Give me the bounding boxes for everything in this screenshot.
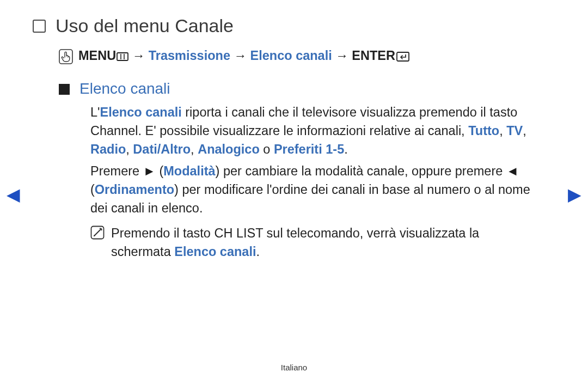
page-title: Uso del menu Canale (56, 15, 234, 36)
p1-dati-altro: Dati/Altro (133, 142, 191, 156)
breadcrumb-menu: MENU (78, 48, 116, 63)
p1-radio: Radio (90, 142, 126, 156)
p1-comma-3: , (126, 142, 133, 156)
breadcrumb-enter: ENTER (352, 48, 395, 63)
p1-analogico: Analogico (198, 142, 260, 156)
breadcrumb-step-1: Trasmissione (149, 48, 230, 63)
breadcrumb-sep-3: → (335, 48, 348, 63)
menu-icon (117, 50, 128, 64)
p2-modalita: Modalità (163, 164, 215, 178)
section-title: Elenco canali (79, 80, 170, 97)
p1-tv: TV (506, 124, 523, 138)
subsection-bullet-filled (59, 84, 70, 95)
p1-period: . (344, 142, 348, 156)
p1-comma-4: , (191, 142, 198, 156)
note-paragraph: Premendo il tasto CH LIST sul telecomand… (111, 224, 539, 261)
right-triangle-icon: ► (143, 164, 156, 178)
paragraph-2: Premere ► (Modalità) per cambiare la mod… (90, 162, 539, 217)
p2-text-a: Premere (90, 164, 143, 178)
footer-language: Italiano (0, 363, 588, 372)
p1-text-a: L' (90, 105, 100, 119)
p1-o: o (260, 142, 274, 156)
nav-next-arrow[interactable]: ▶ (568, 184, 581, 205)
svg-rect-1 (117, 53, 128, 60)
p2-paren-open-2: ( (90, 182, 95, 197)
breadcrumb-sep-1: → (132, 48, 145, 63)
breadcrumb-step-2: Elenco canali (250, 48, 332, 63)
left-triangle-icon: ◄ (506, 164, 519, 178)
note-text-a: Premendo il tasto (111, 226, 214, 240)
p2-ordinamento: Ordinamento (95, 182, 174, 197)
p2-paren-open-1: ( (156, 164, 163, 178)
note-period: . (256, 245, 260, 259)
svg-rect-4 (397, 52, 409, 61)
paragraph-1: L'Elenco canali riporta i canali che il … (90, 103, 539, 159)
note-chlist: CH LIST (214, 226, 263, 240)
nav-prev-arrow[interactable]: ◀ (7, 184, 20, 205)
note-elenco-canali: Elenco canali (174, 245, 256, 259)
breadcrumb-sep-2: → (234, 48, 247, 63)
breadcrumb: MENU → Trasmissione → Elenco canali → EN… (59, 48, 550, 65)
breadcrumb-text: MENU → Trasmissione → Elenco canali → EN… (78, 48, 409, 65)
p2-text-c: ) per cambiare la modalità canale, oppur… (216, 164, 506, 178)
enter-icon (396, 50, 409, 65)
note-icon (90, 225, 105, 240)
section-bullet-outline (33, 20, 46, 33)
p1-elenco-canali: Elenco canali (100, 105, 182, 119)
p1-comma-1: , (499, 124, 506, 138)
p1-comma-2: , (523, 124, 526, 138)
touch-hand-icon (59, 49, 73, 64)
p1-preferiti: Preferiti 1-5 (274, 142, 344, 156)
p1-tutto: Tutto (468, 124, 499, 138)
